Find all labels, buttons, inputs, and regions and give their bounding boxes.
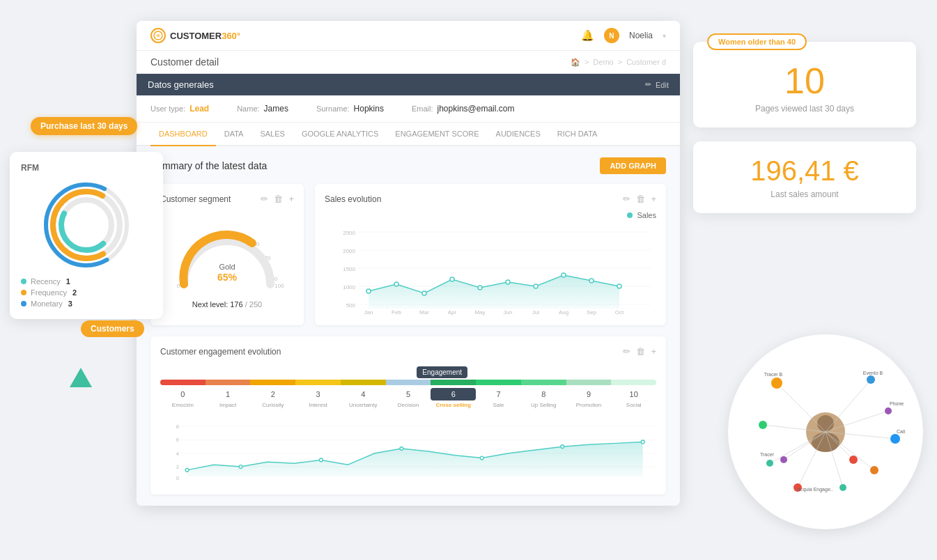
svg-text:Jun: Jun [504,309,513,316]
svg-point-56 [400,447,403,451]
tab-data[interactable]: DATA [216,123,252,146]
engagement-add-icon[interactable]: + [651,346,656,357]
tab-dashboard[interactable]: DASHBOARD [150,123,216,146]
segment-title: Customer segment [160,194,231,204]
svg-text:100: 100 [274,283,284,289]
tab-google-analytics[interactable]: GOOGLE ANALYTICS [293,123,387,146]
eng-num-0: 0 [160,388,206,400]
svg-point-53 [185,468,189,472]
eng-num-2: 2 [250,388,295,400]
last-sales-card: 196,41 € Last sales amount [693,141,916,213]
rfm-chart [41,180,132,270]
breadcrumb-sep1: > [584,58,589,66]
eng-seg-7 [476,380,521,385]
eng-label-5: Decision [386,402,431,408]
sales-edit-icon[interactable]: ✏ [623,194,630,204]
rfm-frequency-value: 2 [72,288,77,297]
segment-add-icon[interactable]: + [288,194,294,204]
svg-text:Oct: Oct [615,309,624,316]
svg-point-33 [617,284,621,288]
eng-num-5: 5 [386,388,431,400]
svg-point-90 [849,456,858,464]
summary-title: Summary of the latest data [150,160,267,171]
customer-segment-card: Customer segment ✏ 🗑 + 10 20 30 40 [150,184,304,325]
svg-text:6: 6 [176,437,179,443]
next-level-label: Next level: [192,300,228,309]
gauge-container: 10 20 30 40 50 60 70 80 0 100 [160,211,294,316]
engagement-delete-icon[interactable]: 🗑 [636,346,645,357]
edit-icon: ✏ [645,80,651,89]
svg-point-67 [817,415,834,432]
purchase-badge: Purchase last 30 days [31,117,137,135]
svg-text:May: May [474,309,485,316]
sales-title: Sales evolution [325,194,381,204]
sales-line-chart: 2500 2000 1500 1000 500 [325,225,656,316]
svg-point-1 [157,34,160,38]
eng-label-8: Up Selling [521,402,566,408]
svg-text:Mar: Mar [419,309,429,316]
tab-rich-data[interactable]: RICH DATA [549,123,606,146]
eng-num-6-active: 6 [431,388,476,400]
engagement-color-bar [160,380,656,385]
eng-label-6-active: Cross selling [431,402,476,408]
rfm-monetary-label: Monetary [31,300,63,308]
segment-delete-icon[interactable]: 🗑 [274,194,283,204]
tab-audiences[interactable]: AUDIENCES [488,123,549,146]
name-label: Name: [237,104,259,113]
nav-right: 🔔 N Noelia ▾ [581,28,666,43]
rfm-donut [41,180,132,270]
network-graph: Tracer B Evento B Phone Call Acquia Enga… [735,341,916,522]
segment-edit-icon[interactable]: ✏ [261,194,268,204]
sales-delete-icon[interactable]: 🗑 [636,194,645,204]
rfm-monetary-value: 3 [68,300,72,308]
eng-seg-1 [206,380,251,385]
svg-point-68 [812,433,839,452]
svg-point-27 [450,277,454,281]
eng-seg-5 [386,380,431,385]
edit-button[interactable]: ✏ Edit [645,80,669,89]
svg-point-89 [780,456,787,463]
svg-text:2000: 2000 [343,248,355,254]
svg-point-83 [890,434,900,444]
segment-actions: ✏ 🗑 + [261,194,294,204]
rfm-recency-dot [21,279,26,284]
breadcrumb-sep2: > [618,58,622,66]
charts-row: Customer segment ✏ 🗑 + 10 20 30 40 [150,184,666,325]
breadcrumb-section[interactable]: Demo [593,58,613,66]
rfm-frequency: Frequency 2 [21,288,152,297]
women-card: Women older than 40 10 Pages viewed last… [693,42,916,127]
svg-point-59 [641,440,644,444]
eng-num-4: 4 [341,388,386,400]
svg-point-88 [759,421,767,429]
tab-engagement-score[interactable]: ENGAGEMENT SCORE [387,123,487,146]
breadcrumb-home[interactable]: 🏠 [571,58,580,67]
next-level-current: 176 [230,300,242,309]
svg-point-81 [867,375,875,384]
sales-description: Last sales amount [710,189,899,199]
tab-sales[interactable]: SALES [251,123,293,146]
women-number: 10 [710,61,899,101]
eng-label-10: Social [611,402,656,408]
bell-icon[interactable]: 🔔 [581,29,594,42]
sales-legend: Sales [325,211,656,219]
add-graph-button[interactable]: ADD GRAPH [600,157,666,174]
svg-text:500: 500 [346,302,356,309]
svg-point-31 [562,273,566,277]
rfm-title: RFM [21,163,152,173]
svg-point-55 [320,458,323,462]
svg-point-32 [589,279,594,283]
svg-point-80 [771,378,782,389]
sales-add-icon[interactable]: + [651,194,656,204]
svg-point-54 [239,465,242,469]
engagement-labels: Emoción Impact Curiosity Interest Uncert… [160,402,656,408]
sales-evolution-card: Sales evolution ✏ 🗑 + Sales [315,184,666,325]
breadcrumb-current: Customer d [626,58,666,66]
dashboard-content: Summary of the latest data ADD GRAPH Cus… [137,146,680,506]
user-chevron[interactable]: ▾ [663,32,666,40]
summary-header: Summary of the latest data ADD GRAPH [150,157,666,174]
rfm-card: RFM Recency 1 Frequency 2 Monetary [10,152,163,319]
eng-num-7: 7 [476,388,521,400]
sales-amount: 196,41 € [710,155,899,187]
svg-line-73 [826,432,874,470]
engagement-edit-icon[interactable]: ✏ [623,346,630,357]
